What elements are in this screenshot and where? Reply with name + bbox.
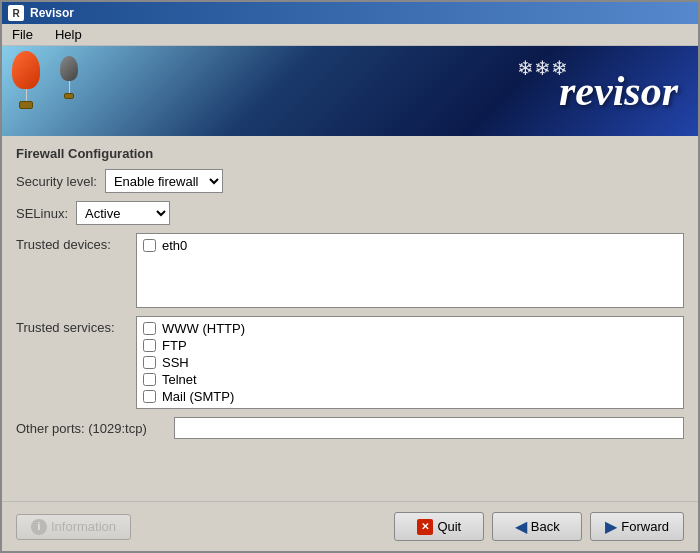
service-ftp-row: FTP [143, 338, 677, 353]
selinux-row: SELinux: Active Permissive Disabled [16, 201, 684, 225]
trusted-services-box: WWW (HTTP) FTP SSH Telnet Mail (SMTP) [136, 316, 684, 409]
back-label: Back [531, 519, 560, 534]
brand-name: revisor [559, 67, 678, 115]
section-title: Firewall Configuration [16, 146, 684, 161]
back-button[interactable]: ◀ Back [492, 512, 582, 541]
service-ssh-checkbox[interactable] [143, 356, 156, 369]
service-telnet-checkbox[interactable] [143, 373, 156, 386]
device-eth0-label: eth0 [162, 238, 187, 253]
trusted-services-section: Trusted services: WWW (HTTP) FTP SSH Tel… [16, 316, 684, 409]
balloon-body-small [60, 56, 78, 81]
service-www-label: WWW (HTTP) [162, 321, 245, 336]
forward-icon: ▶ [605, 517, 617, 536]
content-area: Firewall Configuration Security level: E… [2, 136, 698, 501]
security-level-row: Security level: Enable firewall Disable … [16, 169, 684, 193]
balloon-body-large [12, 51, 40, 89]
menu-help[interactable]: Help [49, 25, 88, 44]
app-icon: R [8, 5, 24, 21]
trusted-devices-label: Trusted devices: [16, 233, 126, 252]
menu-bar: File Help [2, 24, 698, 46]
other-ports-input[interactable] [174, 417, 684, 439]
service-ssh-label: SSH [162, 355, 189, 370]
security-level-select[interactable]: Enable firewall Disable firewall [105, 169, 223, 193]
menu-file[interactable]: File [6, 25, 39, 44]
quit-icon: ✕ [417, 519, 433, 535]
service-mail-label: Mail (SMTP) [162, 389, 234, 404]
info-button[interactable]: i Information [16, 514, 131, 540]
basket-small [64, 93, 74, 99]
title-bar: R Revisor [2, 2, 698, 24]
window-title: Revisor [30, 6, 74, 20]
balloon-string-large [26, 89, 27, 101]
app-window: R Revisor File Help ❄❄❄ revisor Firewall… [0, 0, 700, 553]
service-mail-checkbox[interactable] [143, 390, 156, 403]
service-ftp-label: FTP [162, 338, 187, 353]
other-ports-label: Other ports: (1029:tcp) [16, 421, 166, 436]
forward-label: Forward [621, 519, 669, 534]
service-www-row: WWW (HTTP) [143, 321, 677, 336]
security-level-label: Security level: [16, 174, 97, 189]
basket-large [19, 101, 33, 109]
back-icon: ◀ [515, 517, 527, 536]
service-ftp-checkbox[interactable] [143, 339, 156, 352]
device-eth0-checkbox[interactable] [143, 239, 156, 252]
banner: ❄❄❄ revisor [2, 46, 698, 136]
service-ssh-row: SSH [143, 355, 677, 370]
service-telnet-label: Telnet [162, 372, 197, 387]
balloon-string-small [69, 81, 70, 93]
other-ports-row: Other ports: (1029:tcp) [16, 417, 684, 439]
info-icon: i [31, 519, 47, 535]
balloon-small [60, 56, 78, 99]
quit-button[interactable]: ✕ Quit [394, 512, 484, 541]
selinux-label: SELinux: [16, 206, 68, 221]
footer: i Information ✕ Quit ◀ Back ▶ Forward [2, 501, 698, 551]
device-eth0-row: eth0 [143, 238, 677, 253]
quit-label: Quit [437, 519, 461, 534]
trusted-devices-section: Trusted devices: eth0 [16, 233, 684, 308]
action-buttons: ✕ Quit ◀ Back ▶ Forward [394, 512, 684, 541]
service-mail-row: Mail (SMTP) [143, 389, 677, 404]
trusted-services-label: Trusted services: [16, 316, 126, 335]
selinux-select[interactable]: Active Permissive Disabled [76, 201, 170, 225]
forward-button[interactable]: ▶ Forward [590, 512, 684, 541]
balloon-large [12, 51, 40, 109]
service-telnet-row: Telnet [143, 372, 677, 387]
service-www-checkbox[interactable] [143, 322, 156, 335]
trusted-devices-box: eth0 [136, 233, 684, 308]
balloon-container [12, 51, 78, 109]
info-label: Information [51, 519, 116, 534]
